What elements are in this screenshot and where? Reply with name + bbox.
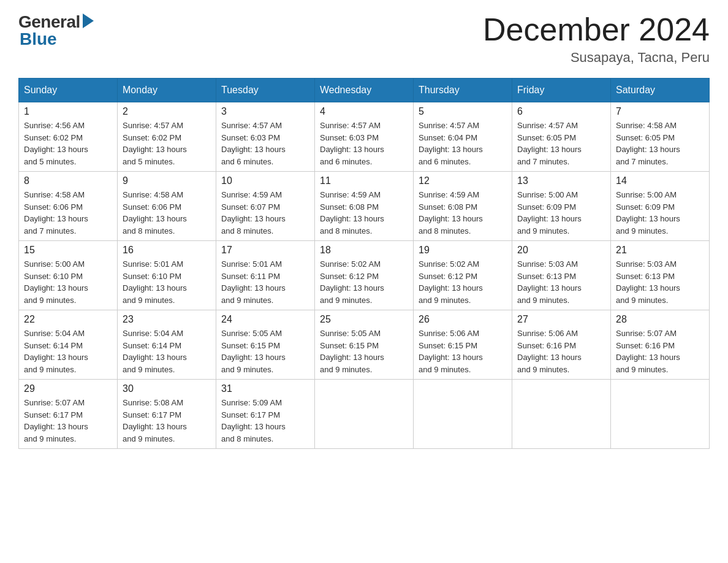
day-info: Sunrise: 4:59 AMSunset: 6:07 PMDaylight:… bbox=[221, 189, 309, 237]
day-cell-31: 31Sunrise: 5:09 AMSunset: 6:17 PMDayligh… bbox=[216, 380, 315, 449]
day-number: 7 bbox=[616, 106, 704, 117]
week-row-1: 1Sunrise: 4:56 AMSunset: 6:02 PMDaylight… bbox=[19, 102, 710, 172]
day-number: 11 bbox=[320, 175, 408, 186]
day-number: 19 bbox=[419, 245, 507, 256]
day-info: Sunrise: 5:00 AMSunset: 6:10 PMDaylight:… bbox=[24, 258, 112, 306]
weekday-header-thursday: Thursday bbox=[414, 79, 512, 102]
day-info: Sunrise: 5:00 AMSunset: 6:09 PMDaylight:… bbox=[616, 189, 704, 237]
day-number: 28 bbox=[616, 314, 704, 325]
day-info: Sunrise: 5:00 AMSunset: 6:09 PMDaylight:… bbox=[517, 189, 605, 237]
day-number: 6 bbox=[517, 106, 605, 117]
day-cell-10: 10Sunrise: 4:59 AMSunset: 6:07 PMDayligh… bbox=[216, 172, 315, 241]
day-number: 22 bbox=[24, 314, 112, 325]
day-number: 15 bbox=[24, 245, 112, 256]
day-info: Sunrise: 5:04 AMSunset: 6:14 PMDaylight:… bbox=[123, 327, 211, 375]
title-section: December 2024 Susapaya, Tacna, Peru bbox=[483, 12, 710, 66]
day-info: Sunrise: 5:06 AMSunset: 6:16 PMDaylight:… bbox=[517, 327, 605, 375]
day-number: 4 bbox=[320, 106, 408, 117]
day-number: 8 bbox=[24, 175, 112, 186]
day-info: Sunrise: 4:57 AMSunset: 6:04 PMDaylight:… bbox=[419, 120, 507, 167]
day-number: 23 bbox=[123, 314, 211, 325]
day-number: 1 bbox=[24, 106, 112, 117]
week-row-3: 15Sunrise: 5:00 AMSunset: 6:10 PMDayligh… bbox=[19, 241, 710, 310]
weekday-header-wednesday: Wednesday bbox=[315, 79, 414, 102]
day-cell-24: 24Sunrise: 5:05 AMSunset: 6:15 PMDayligh… bbox=[216, 310, 315, 380]
day-cell-11: 11Sunrise: 4:59 AMSunset: 6:08 PMDayligh… bbox=[315, 172, 414, 241]
day-info: Sunrise: 5:07 AMSunset: 6:16 PMDaylight:… bbox=[616, 327, 704, 375]
day-cell-2: 2Sunrise: 4:57 AMSunset: 6:02 PMDaylight… bbox=[118, 102, 216, 172]
day-number: 17 bbox=[221, 245, 309, 256]
day-number: 18 bbox=[320, 245, 408, 256]
day-cell-8: 8Sunrise: 4:58 AMSunset: 6:06 PMDaylight… bbox=[19, 172, 118, 241]
weekday-header-friday: Friday bbox=[512, 79, 611, 102]
empty-cell bbox=[315, 380, 414, 449]
day-cell-15: 15Sunrise: 5:00 AMSunset: 6:10 PMDayligh… bbox=[19, 241, 118, 310]
day-number: 2 bbox=[123, 106, 211, 117]
day-info: Sunrise: 5:08 AMSunset: 6:17 PMDaylight:… bbox=[123, 397, 211, 445]
logo-triangle-icon bbox=[83, 13, 94, 28]
calendar-table: SundayMondayTuesdayWednesdayThursdayFrid… bbox=[18, 78, 710, 449]
weekday-header-sunday: Sunday bbox=[19, 79, 118, 102]
day-cell-18: 18Sunrise: 5:02 AMSunset: 6:12 PMDayligh… bbox=[315, 241, 414, 310]
day-number: 31 bbox=[221, 383, 309, 394]
day-number: 3 bbox=[221, 106, 309, 117]
day-number: 14 bbox=[616, 175, 704, 186]
day-cell-19: 19Sunrise: 5:02 AMSunset: 6:12 PMDayligh… bbox=[414, 241, 512, 310]
day-number: 21 bbox=[616, 245, 704, 256]
day-info: Sunrise: 4:58 AMSunset: 6:06 PMDaylight:… bbox=[123, 189, 211, 237]
day-cell-17: 17Sunrise: 5:01 AMSunset: 6:11 PMDayligh… bbox=[216, 241, 315, 310]
day-info: Sunrise: 4:59 AMSunset: 6:08 PMDaylight:… bbox=[320, 189, 408, 237]
day-cell-25: 25Sunrise: 5:05 AMSunset: 6:15 PMDayligh… bbox=[315, 310, 414, 380]
day-cell-16: 16Sunrise: 5:01 AMSunset: 6:10 PMDayligh… bbox=[118, 241, 216, 310]
day-info: Sunrise: 4:57 AMSunset: 6:03 PMDaylight:… bbox=[221, 120, 309, 167]
empty-cell bbox=[414, 380, 512, 449]
day-info: Sunrise: 5:02 AMSunset: 6:12 PMDaylight:… bbox=[320, 258, 408, 306]
day-cell-9: 9Sunrise: 4:58 AMSunset: 6:06 PMDaylight… bbox=[118, 172, 216, 241]
logo: General Blue bbox=[18, 12, 94, 49]
day-number: 5 bbox=[419, 106, 507, 117]
day-number: 26 bbox=[419, 314, 507, 325]
month-title: December 2024 bbox=[483, 12, 710, 47]
day-info: Sunrise: 4:57 AMSunset: 6:05 PMDaylight:… bbox=[517, 120, 605, 167]
day-number: 29 bbox=[24, 383, 112, 394]
day-cell-5: 5Sunrise: 4:57 AMSunset: 6:04 PMDaylight… bbox=[414, 102, 512, 172]
day-cell-23: 23Sunrise: 5:04 AMSunset: 6:14 PMDayligh… bbox=[118, 310, 216, 380]
week-row-4: 22Sunrise: 5:04 AMSunset: 6:14 PMDayligh… bbox=[19, 310, 710, 380]
day-info: Sunrise: 5:06 AMSunset: 6:15 PMDaylight:… bbox=[419, 327, 507, 375]
day-info: Sunrise: 5:03 AMSunset: 6:13 PMDaylight:… bbox=[616, 258, 704, 306]
day-cell-6: 6Sunrise: 4:57 AMSunset: 6:05 PMDaylight… bbox=[512, 102, 611, 172]
day-info: Sunrise: 4:57 AMSunset: 6:03 PMDaylight:… bbox=[320, 120, 408, 167]
day-number: 12 bbox=[419, 175, 507, 186]
day-info: Sunrise: 4:59 AMSunset: 6:08 PMDaylight:… bbox=[419, 189, 507, 237]
weekday-header-tuesday: Tuesday bbox=[216, 79, 315, 102]
day-cell-28: 28Sunrise: 5:07 AMSunset: 6:16 PMDayligh… bbox=[611, 310, 710, 380]
week-row-5: 29Sunrise: 5:07 AMSunset: 6:17 PMDayligh… bbox=[19, 380, 710, 449]
empty-cell bbox=[512, 380, 611, 449]
day-info: Sunrise: 5:04 AMSunset: 6:14 PMDaylight:… bbox=[24, 327, 112, 375]
week-row-2: 8Sunrise: 4:58 AMSunset: 6:06 PMDaylight… bbox=[19, 172, 710, 241]
day-info: Sunrise: 5:02 AMSunset: 6:12 PMDaylight:… bbox=[419, 258, 507, 306]
day-cell-1: 1Sunrise: 4:56 AMSunset: 6:02 PMDaylight… bbox=[19, 102, 118, 172]
day-info: Sunrise: 5:01 AMSunset: 6:11 PMDaylight:… bbox=[221, 258, 309, 306]
day-cell-14: 14Sunrise: 5:00 AMSunset: 6:09 PMDayligh… bbox=[611, 172, 710, 241]
day-number: 16 bbox=[123, 245, 211, 256]
day-info: Sunrise: 5:05 AMSunset: 6:15 PMDaylight:… bbox=[221, 327, 309, 375]
day-number: 20 bbox=[517, 245, 605, 256]
day-info: Sunrise: 4:58 AMSunset: 6:06 PMDaylight:… bbox=[24, 189, 112, 237]
day-info: Sunrise: 4:57 AMSunset: 6:02 PMDaylight:… bbox=[123, 120, 211, 167]
day-cell-4: 4Sunrise: 4:57 AMSunset: 6:03 PMDaylight… bbox=[315, 102, 414, 172]
day-cell-30: 30Sunrise: 5:08 AMSunset: 6:17 PMDayligh… bbox=[118, 380, 216, 449]
day-cell-12: 12Sunrise: 4:59 AMSunset: 6:08 PMDayligh… bbox=[414, 172, 512, 241]
day-number: 25 bbox=[320, 314, 408, 325]
day-number: 27 bbox=[517, 314, 605, 325]
weekday-header-monday: Monday bbox=[118, 79, 216, 102]
day-cell-21: 21Sunrise: 5:03 AMSunset: 6:13 PMDayligh… bbox=[611, 241, 710, 310]
day-number: 24 bbox=[221, 314, 309, 325]
day-number: 13 bbox=[517, 175, 605, 186]
day-cell-26: 26Sunrise: 5:06 AMSunset: 6:15 PMDayligh… bbox=[414, 310, 512, 380]
day-cell-13: 13Sunrise: 5:00 AMSunset: 6:09 PMDayligh… bbox=[512, 172, 611, 241]
day-info: Sunrise: 5:07 AMSunset: 6:17 PMDaylight:… bbox=[24, 397, 112, 445]
logo-blue-text: Blue bbox=[18, 29, 57, 49]
location-text: Susapaya, Tacna, Peru bbox=[483, 50, 710, 66]
day-number: 9 bbox=[123, 175, 211, 186]
